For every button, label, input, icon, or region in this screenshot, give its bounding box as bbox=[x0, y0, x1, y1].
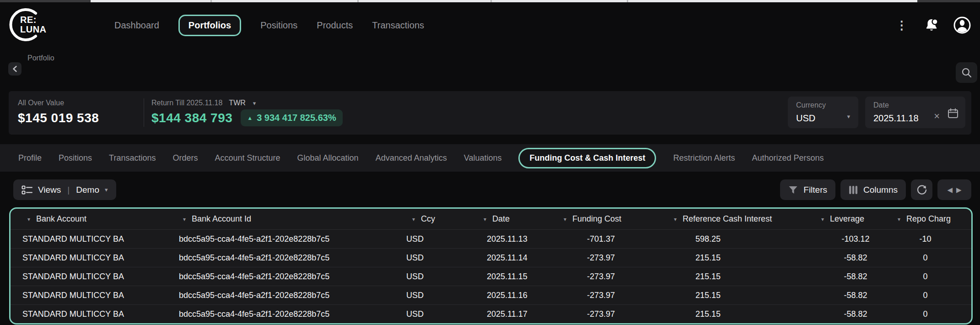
arrow-right-icon[interactable]: ▶ bbox=[956, 186, 962, 194]
table-cell: STANDARD MULTICCY BA bbox=[11, 272, 176, 282]
table-cell: bdcc5a95-cca4-4fe5-a2f1-202e8228b7c5 bbox=[176, 309, 400, 319]
clear-date-icon[interactable]: × bbox=[934, 110, 940, 122]
kebab-menu-icon[interactable]: ⋮ bbox=[893, 19, 910, 31]
tab-account-structure[interactable]: Account Structure bbox=[215, 153, 280, 163]
views-dropdown[interactable]: Views | Demo ▾ bbox=[13, 179, 116, 200]
chevron-down-icon[interactable]: ▾ bbox=[898, 216, 900, 222]
column-header-ccy[interactable]: ▾Ccy bbox=[400, 214, 476, 224]
pager-buttons[interactable]: ◀ ▶ bbox=[937, 179, 971, 200]
table-cell: bdcc5a95-cca4-4fe5-a2f1-202e8228b7c5 bbox=[176, 253, 400, 263]
chevron-down-icon: ▾ bbox=[253, 100, 256, 107]
column-header-repo-charg[interactable]: ▾Repo Charg bbox=[893, 214, 971, 224]
table-header-row: ▾Bank Account▾Bank Account Id▾Ccy▾Date▾F… bbox=[11, 209, 971, 229]
table-cell: -58.82 bbox=[818, 291, 893, 300]
table-cell: 215.15 bbox=[669, 309, 818, 319]
table-cell: 2025.11.13 bbox=[476, 234, 560, 244]
chevron-down-icon[interactable]: ▾ bbox=[183, 216, 186, 222]
views-list-icon bbox=[22, 185, 32, 195]
filters-label: Filters bbox=[803, 185, 827, 195]
table-cell: STANDARD MULTICCY BA bbox=[11, 309, 176, 319]
nav-item-portfolios[interactable]: Portfolios bbox=[178, 15, 241, 36]
table-cell: 2025.11.15 bbox=[476, 272, 560, 282]
arrow-left-icon[interactable]: ◀ bbox=[947, 186, 953, 194]
currency-select[interactable]: Currency USD ▾ bbox=[788, 97, 858, 128]
date-value: 2025.11.18 bbox=[873, 113, 919, 124]
chevron-down-icon[interactable]: ▾ bbox=[564, 216, 566, 222]
table-cell: USD bbox=[400, 253, 476, 263]
tab-transactions[interactable]: Transactions bbox=[109, 153, 156, 163]
search-icon bbox=[961, 67, 973, 79]
table-cell: USD bbox=[400, 234, 476, 244]
table-cell: STANDARD MULTICCY BA bbox=[11, 291, 176, 300]
table-cell: 598.25 bbox=[669, 234, 818, 244]
table-row[interactable]: STANDARD MULTICCY BAbdcc5a95-cca4-4fe5-a… bbox=[11, 229, 971, 248]
table-cell: -58.82 bbox=[818, 272, 893, 282]
table-cell: 2025.11.16 bbox=[476, 291, 560, 300]
table-cell: USD bbox=[400, 309, 476, 319]
table-cell: bdcc5a95-cca4-4fe5-a2f1-202e8228b7c5 bbox=[176, 234, 400, 244]
column-header-reference-cash-interest[interactable]: ▾Reference Cash Interest bbox=[669, 214, 818, 224]
column-header-label: Bank Account Id bbox=[192, 214, 251, 224]
top-navbar: RE: LUNA DashboardPortfoliosPositionsPro… bbox=[0, 2, 980, 48]
table-row[interactable]: STANDARD MULTICCY BAbdcc5a95-cca4-4fe5-a… bbox=[11, 267, 971, 286]
chevron-down-icon: ▾ bbox=[105, 186, 108, 193]
table-cell: 215.15 bbox=[669, 253, 818, 263]
chevron-down-icon[interactable]: ▾ bbox=[674, 216, 677, 222]
table-row[interactable]: STANDARD MULTICCY BAbdcc5a95-cca4-4fe5-a… bbox=[11, 286, 971, 304]
all-over-value: $145 019 538 bbox=[18, 111, 99, 125]
table-cell: -273.97 bbox=[560, 253, 669, 263]
logo[interactable]: RE: LUNA bbox=[7, 7, 62, 43]
avatar-icon[interactable] bbox=[953, 16, 972, 35]
table-cell: 215.15 bbox=[669, 291, 818, 300]
table-cell: 0 bbox=[893, 253, 971, 263]
currency-value: USD bbox=[796, 113, 815, 124]
table-cell: STANDARD MULTICCY BA bbox=[11, 234, 176, 244]
return-percent-value: 3 934 417 825.63% bbox=[257, 113, 336, 123]
tab-profile[interactable]: Profile bbox=[18, 153, 42, 163]
column-header-bank-account[interactable]: ▾Bank Account bbox=[11, 214, 176, 224]
return-mode-dropdown[interactable]: TWR ▾ bbox=[229, 99, 256, 107]
chevron-down-icon[interactable]: ▾ bbox=[484, 216, 486, 222]
tab-funding-cost-cash-interest[interactable]: Funding Cost & Cash Interest bbox=[518, 148, 656, 168]
columns-button[interactable]: Columns bbox=[840, 179, 906, 200]
tab-valuations[interactable]: Valuations bbox=[464, 153, 502, 163]
tab-orders[interactable]: Orders bbox=[172, 153, 198, 163]
table-cell: bdcc5a95-cca4-4fe5-a2f1-202e8228b7c5 bbox=[176, 291, 400, 300]
summary-bar: All Over Value $145 019 538 Return Till … bbox=[9, 91, 971, 135]
bell-icon[interactable] bbox=[922, 16, 941, 34]
column-header-leverage[interactable]: ▾Leverage bbox=[818, 214, 893, 224]
tab-restriction-alerts[interactable]: Restriction Alerts bbox=[673, 153, 735, 163]
return-value: $144 384 793 bbox=[151, 111, 232, 125]
chevron-down-icon[interactable]: ▾ bbox=[821, 216, 824, 222]
back-button[interactable] bbox=[8, 62, 22, 76]
column-header-bank-account-id[interactable]: ▾Bank Account Id bbox=[176, 214, 400, 224]
date-picker[interactable]: Date 2025.11.18 × bbox=[865, 97, 965, 128]
filters-button[interactable]: Filters bbox=[780, 179, 835, 200]
column-header-funding-cost[interactable]: ▾Funding Cost bbox=[560, 214, 669, 224]
nav-item-dashboard[interactable]: Dashboard bbox=[114, 20, 159, 31]
tab-positions[interactable]: Positions bbox=[59, 153, 92, 163]
tab-global-allocation[interactable]: Global Allocation bbox=[297, 153, 359, 163]
nav-item-positions[interactable]: Positions bbox=[260, 20, 297, 31]
logo-wordmark: RE: LUNA bbox=[20, 15, 47, 34]
search-button[interactable] bbox=[956, 62, 977, 83]
table-cell: -103.12 bbox=[818, 234, 893, 244]
column-header-label: Funding Cost bbox=[572, 214, 621, 224]
currency-label: Currency bbox=[796, 101, 826, 109]
nav-item-products[interactable]: Products bbox=[317, 20, 353, 31]
tab-authorized-persons[interactable]: Authorized Persons bbox=[752, 153, 824, 163]
column-header-date[interactable]: ▾Date bbox=[476, 214, 560, 224]
table-toolbar: Views | Demo ▾ Filters Columns bbox=[0, 179, 980, 200]
table-row[interactable]: STANDARD MULTICCY BAbdcc5a95-cca4-4fe5-a… bbox=[11, 248, 971, 267]
chevron-down-icon[interactable]: ▾ bbox=[27, 216, 30, 222]
column-header-label: Leverage bbox=[830, 214, 864, 224]
table-cell: STANDARD MULTICCY BA bbox=[11, 253, 176, 263]
chevron-down-icon[interactable]: ▾ bbox=[412, 216, 415, 222]
table-row[interactable]: STANDARD MULTICCY BAbdcc5a95-cca4-4fe5-a… bbox=[11, 304, 971, 323]
calendar-icon[interactable] bbox=[947, 108, 959, 119]
refresh-button[interactable] bbox=[911, 179, 932, 200]
return-percent-badge: ▲ 3 934 417 825.63% bbox=[241, 109, 342, 126]
table-cell: 0 bbox=[893, 309, 971, 319]
tab-advanced-analytics[interactable]: Advanced Analytics bbox=[376, 153, 447, 163]
nav-item-transactions[interactable]: Transactions bbox=[372, 20, 424, 31]
